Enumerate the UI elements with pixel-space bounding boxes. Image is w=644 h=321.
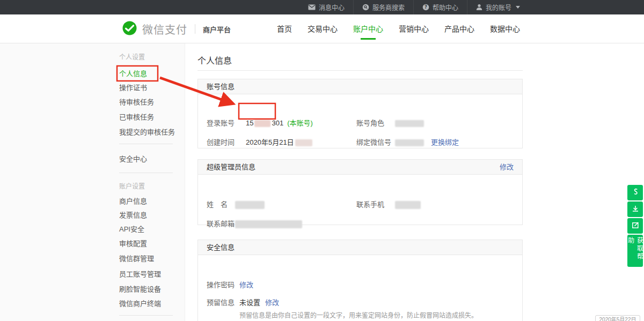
admin-phone-label: 联系手机 (356, 200, 384, 209)
sidebar-item-reviewed-tasks[interactable]: 已审核任务 (119, 113, 154, 122)
sidebar-item-my-submitted-tasks[interactable]: 我提交的审核任务 (119, 128, 175, 137)
account-role-redacted (395, 120, 424, 127)
date-tooltip: 2020年5月22日 (595, 315, 640, 321)
contact-button[interactable] (627, 185, 643, 200)
admin-email-label: 联系邮箱 (207, 220, 235, 228)
sidebar-divider (119, 144, 173, 144)
search-circle-icon (362, 4, 369, 11)
sidebar-divider (119, 173, 173, 173)
admin-name-label: 姓 名 (207, 200, 228, 209)
sidebar-item-operation-certificate[interactable]: 操作证书 (119, 84, 147, 92)
nav-data-center[interactable]: 数据中心 (487, 14, 523, 43)
page-title: 个人信息 (197, 54, 232, 66)
login-account-value: 15 301 (本账号) (246, 119, 313, 128)
account-info-title: 账号信息 (207, 79, 235, 94)
portal-name: 商户平台 (203, 24, 231, 34)
topbar-menu: 消息中心 服务商搜索 ? 帮助中心 我的账号 (299, 0, 529, 14)
nav-home[interactable]: 首页 (274, 14, 295, 43)
admin-info-title: 超级管理员信息 (207, 160, 255, 174)
svg-text:?: ? (425, 4, 427, 10)
account-info-body: 登录账号 15 301 (本账号) 账号角色 创建时间 2020年5月21日 绑… (198, 94, 522, 148)
security-info-title: 安全信息 (207, 240, 235, 255)
login-account-prefix: 15 (246, 119, 253, 128)
security-info-panel-header: 安全信息 (198, 240, 522, 255)
sidebar-item-staff-account-management[interactable]: 员工账号管理 (119, 270, 161, 279)
created-time-redacted (295, 139, 312, 146)
admin-name-redacted (235, 201, 265, 209)
nav-product-center[interactable]: 产品中心 (441, 14, 478, 43)
sidebar-item-merchant-info[interactable]: 商户信息 (119, 197, 147, 206)
user-icon (476, 4, 482, 11)
admin-info-panel-header: 超级管理员信息 修改 (198, 160, 522, 175)
sidebar-item-security-center[interactable]: 安全中心 (119, 155, 147, 163)
reserved-info-edit-link[interactable]: 修改 (265, 298, 279, 307)
sidebar-item-review-config[interactable]: 审核配置 (119, 240, 147, 248)
operation-password-label: 操作密码 (207, 281, 235, 289)
message-center-menu-item[interactable]: 消息中心 (299, 0, 353, 14)
chevron-down-icon (516, 6, 520, 9)
download-button[interactable] (627, 201, 643, 217)
sidebar-group-personal-settings: 个人设置 (119, 54, 145, 61)
sidebar-item-api-security[interactable]: API安全 (119, 225, 144, 234)
floating-toolbar: 获取帮助 (627, 185, 643, 267)
mail-icon (308, 4, 316, 10)
admin-email-redacted (235, 220, 302, 228)
operation-password-edit-link[interactable]: 修改 (239, 281, 253, 289)
feedback-button[interactable] (627, 218, 643, 234)
topbar-item-label: 消息中心 (319, 3, 345, 12)
help-circle-icon: ? (422, 4, 429, 11)
merchant-platform-page: 消息中心 服务商搜索 ? 帮助中心 我的账号 (0, 0, 644, 321)
bound-wechat-redacted (395, 139, 424, 146)
topbar: 消息中心 服务商搜索 ? 帮助中心 我的账号 (0, 0, 644, 14)
title-divider (197, 70, 523, 71)
account-info-panel-header: 账号信息 (198, 79, 522, 94)
reserved-info-label: 预留信息 (207, 298, 235, 307)
provider-search-menu-item[interactable]: 服务商搜索 (353, 0, 413, 14)
security-info-body: 操作密码 修改 预留信息 未设置 修改 预留信息是由你自己设置的一段文字，用来鉴… (198, 255, 522, 321)
download-icon (631, 204, 640, 215)
nav-marketing-center[interactable]: 营销中心 (396, 14, 432, 43)
sidebar-background (0, 43, 185, 321)
login-account-label: 登录账号 (207, 119, 235, 128)
brand-divider (195, 24, 195, 34)
admin-phone-redacted (395, 201, 421, 209)
login-account-suffix: 301 (272, 119, 283, 128)
description-line: 预留信息是由你自己设置的一段文字，用来鉴定网站身份，防止假冒网站造成损失。 (239, 311, 561, 320)
admin-edit-link[interactable]: 修改 (500, 160, 514, 174)
created-time-label: 创建时间 (207, 138, 235, 147)
login-account-redacted (254, 120, 270, 127)
my-account-menu-item[interactable]: 我的账号 (467, 0, 529, 14)
rebind-link[interactable]: 更换绑定 (431, 138, 459, 147)
topbar-item-label: 我的账号 (486, 3, 511, 12)
bound-wechat-label: 绑定微信号 (356, 138, 391, 147)
current-account-tag: (本账号) (287, 119, 313, 128)
sidebar-item-wechat-merchant-terminal[interactable]: 微信商户终端 (119, 300, 161, 308)
contact-icon (631, 188, 639, 198)
created-time-text: 2020年5月21日 (246, 138, 294, 147)
sidebar-item-pending-review-tasks[interactable]: 待审核任务 (119, 98, 154, 107)
reserved-info-description: 预留信息是由你自己设置的一段文字，用来鉴定网站身份，防止假冒网站造成损失。 配置… (239, 311, 561, 321)
feedback-icon (631, 221, 640, 232)
account-info-panel: 账号信息 登录账号 15 301 (本账号) 账号角色 创建时间 2020年5月… (197, 79, 523, 148)
sidebar-divider (119, 315, 173, 316)
admin-info-body: 姓 名 联系手机 联系邮箱 (198, 175, 522, 225)
brand[interactable]: 微信支付 商户平台 (122, 14, 231, 43)
topbar-item-label: 帮助中心 (433, 3, 458, 12)
nav-account-center[interactable]: 账户中心 (350, 14, 386, 43)
sidebar-item-personal-info[interactable]: 个人信息 (119, 70, 147, 78)
wechat-pay-logo-icon (122, 21, 137, 38)
nav-transaction-center[interactable]: 交易中心 (304, 14, 341, 43)
help-center-menu-item[interactable]: ? 帮助中心 (413, 0, 467, 14)
sidebar-item-wechat-group-management[interactable]: 微信群管理 (119, 255, 154, 263)
reserved-info-status: 未设置 (239, 298, 260, 307)
sidebar-item-invoice-info[interactable]: 发票信息 (119, 211, 147, 220)
sidebar-group-account-settings: 账户设置 (119, 183, 145, 190)
get-help-button[interactable]: 获取帮助 (627, 235, 643, 267)
admin-info-panel: 超级管理员信息 修改 姓 名 联系手机 联系邮箱 (197, 159, 523, 225)
topbar-item-label: 服务商搜索 (372, 3, 405, 12)
brand-name: 微信支付 (142, 21, 187, 37)
sidebar-item-face-smart-device[interactable]: 刷脸智能设备 (119, 285, 161, 294)
created-time-value: 2020年5月21日 (246, 138, 312, 147)
header: 微信支付 商户平台 首页 交易中心 账户中心 营销中心 产品中心 数据中心 (0, 14, 644, 43)
main-nav: 首页 交易中心 账户中心 营销中心 产品中心 数据中心 (274, 14, 523, 43)
